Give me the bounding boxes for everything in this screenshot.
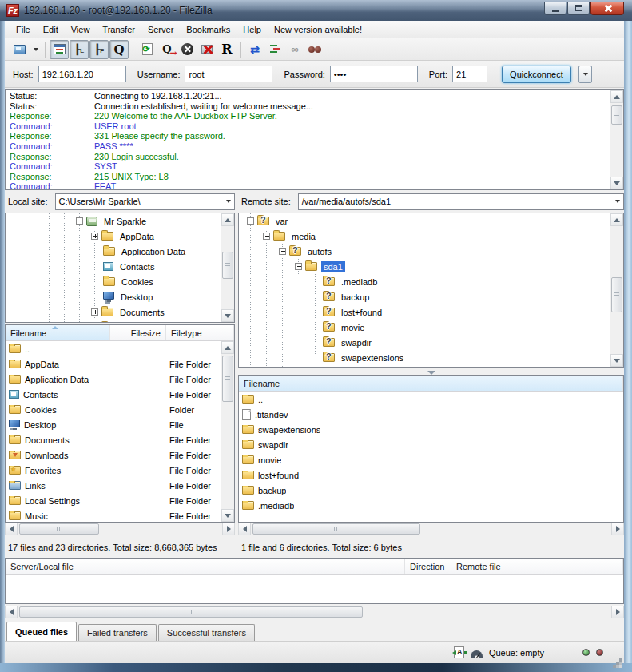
menu-edit[interactable]: Edit	[37, 21, 65, 38]
list-item[interactable]: swapdir	[239, 437, 623, 452]
tree-item[interactable]: var	[239, 213, 623, 229]
expander-minus-icon[interactable]	[247, 217, 254, 225]
tree-item[interactable]: Application Data	[6, 244, 234, 259]
site-manager-button[interactable]	[10, 40, 29, 59]
list-item[interactable]: Links File Folder	[6, 478, 221, 493]
quickconnect-button[interactable]: Quickconnect	[502, 66, 571, 83]
list-item[interactable]: ..	[6, 341, 221, 356]
scroll-left-button[interactable]	[238, 523, 251, 535]
list-item[interactable]: Cookies Folder	[6, 402, 221, 417]
scroll-down-button[interactable]	[221, 309, 234, 322]
list-item[interactable]: Contacts File Folder	[6, 387, 221, 402]
minimize-button[interactable]	[544, 2, 566, 15]
password-input[interactable]	[330, 66, 418, 82]
quickconnect-dropdown[interactable]	[578, 66, 592, 83]
menu-file[interactable]: File	[10, 21, 37, 38]
menu-new-version[interactable]: New version available!	[268, 21, 368, 38]
menu-server[interactable]: Server	[141, 21, 180, 38]
expander-minus-icon[interactable]	[295, 263, 302, 270]
list-item[interactable]: swapextensions	[239, 422, 623, 437]
scrollbar-thumb[interactable]	[611, 277, 622, 312]
scroll-left-button[interactable]	[5, 523, 18, 535]
resize-grip-icon[interactable]	[619, 658, 622, 662]
tree-item[interactable]: swapdir	[239, 335, 623, 350]
expander-plus-icon[interactable]	[91, 233, 98, 240]
column-header-filename[interactable]: Filename	[6, 325, 110, 340]
local-site-combo[interactable]: C:\Users\Mr Sparkle\	[55, 193, 235, 210]
tree-item[interactable]: Documents	[6, 304, 234, 320]
cancel-button[interactable]	[177, 40, 197, 59]
maximize-button[interactable]	[567, 2, 590, 15]
list-item[interactable]: Desktop File	[6, 417, 221, 432]
column-header-filetype[interactable]: Filetype	[166, 325, 234, 340]
log-vertical-scrollbar[interactable]	[610, 90, 623, 189]
menu-bookmarks[interactable]: Bookmarks	[180, 21, 237, 38]
scroll-left-button[interactable]	[5, 606, 18, 618]
scrollbar-thumb[interactable]	[19, 523, 99, 535]
tab-successful-transfers[interactable]: Successful transfers	[158, 624, 255, 641]
scroll-down-button[interactable]	[221, 509, 234, 522]
scrollbar-thumb[interactable]	[611, 105, 622, 125]
expander-minus-icon[interactable]	[76, 217, 83, 225]
list-item[interactable]: backup	[239, 483, 623, 498]
local-tree-vertical-scrollbar[interactable]	[221, 213, 234, 322]
list-item[interactable]: ..	[239, 392, 623, 407]
scrollbar-thumb[interactable]	[252, 523, 420, 535]
scroll-up-button[interactable]	[610, 90, 623, 103]
list-item[interactable]: Downloads File Folder	[6, 447, 221, 463]
queue-empty-body[interactable]	[6, 575, 623, 603]
list-item[interactable]: lost+found	[239, 467, 623, 483]
column-header-server-local-file[interactable]: Server/Local file	[6, 559, 405, 574]
list-item[interactable]: Application Data File Folder	[6, 372, 221, 387]
column-header-remote-file[interactable]: Remote file	[451, 559, 623, 574]
tree-item[interactable]: movie	[239, 320, 623, 335]
scroll-up-button[interactable]	[221, 213, 234, 226]
expander-minus-icon[interactable]	[279, 248, 286, 255]
find-files-button[interactable]	[305, 40, 324, 59]
toggle-local-tree-button[interactable]: ┠L	[70, 40, 89, 59]
username-input[interactable]	[185, 66, 272, 82]
tree-item[interactable]: Downloads	[6, 320, 234, 323]
scroll-down-button[interactable]	[610, 354, 623, 367]
tree-item[interactable]: dvd	[239, 365, 623, 368]
menu-help[interactable]: Help	[237, 21, 268, 38]
scroll-right-button[interactable]	[611, 606, 624, 618]
refresh-button[interactable]	[137, 40, 157, 59]
port-input[interactable]	[452, 66, 487, 82]
list-item[interactable]: .mediadb	[239, 498, 623, 513]
host-input[interactable]	[38, 66, 126, 82]
directory-comparison-button[interactable]: ⇄	[245, 40, 264, 59]
site-manager-dropdown[interactable]	[30, 40, 41, 59]
tree-item-selected[interactable]: sda1	[239, 259, 623, 274]
list-item[interactable]: AppData File Folder	[6, 356, 221, 372]
list-item[interactable]: .titandev	[239, 407, 623, 422]
remote-list-horizontal-scrollbar[interactable]	[238, 523, 624, 535]
scrollbar-thumb[interactable]	[19, 606, 363, 618]
local-list-vertical-scrollbar[interactable]	[221, 341, 234, 522]
scroll-right-button[interactable]	[222, 523, 235, 535]
local-list-horizontal-scrollbar[interactable]	[5, 523, 235, 535]
menu-transfer[interactable]: Transfer	[96, 21, 141, 38]
tree-item[interactable]: backup	[239, 289, 623, 304]
list-item[interactable]: Favorites File Folder	[6, 463, 221, 478]
menu-view[interactable]: View	[65, 21, 97, 38]
queue-horizontal-scrollbar[interactable]	[5, 606, 624, 618]
expander-minus-icon[interactable]	[263, 233, 270, 240]
tree-item[interactable]: lost+found	[239, 304, 623, 320]
tree-item[interactable]: .mediadb	[239, 274, 623, 289]
close-button[interactable]	[590, 2, 624, 15]
remote-tree-vertical-scrollbar[interactable]	[610, 213, 623, 367]
list-item[interactable]: Local Settings File Folder	[6, 493, 221, 508]
scroll-right-button[interactable]	[611, 523, 624, 535]
list-item[interactable]: movie	[239, 452, 623, 467]
column-header-direction[interactable]: Direction	[405, 559, 451, 574]
toggle-queue-button[interactable]: Q	[109, 40, 129, 59]
tree-item[interactable]: Desktop	[6, 289, 234, 304]
tree-item[interactable]: swapextensions	[239, 350, 623, 365]
reconnect-button[interactable]: R	[217, 40, 237, 59]
tree-item[interactable]: Mr Sparkle	[6, 213, 234, 229]
scroll-up-button[interactable]	[610, 213, 623, 226]
tab-failed-transfers[interactable]: Failed transfers	[78, 624, 157, 641]
tree-item[interactable]: Cookies	[6, 274, 234, 289]
process-queue-button[interactable]: Q	[157, 40, 177, 59]
